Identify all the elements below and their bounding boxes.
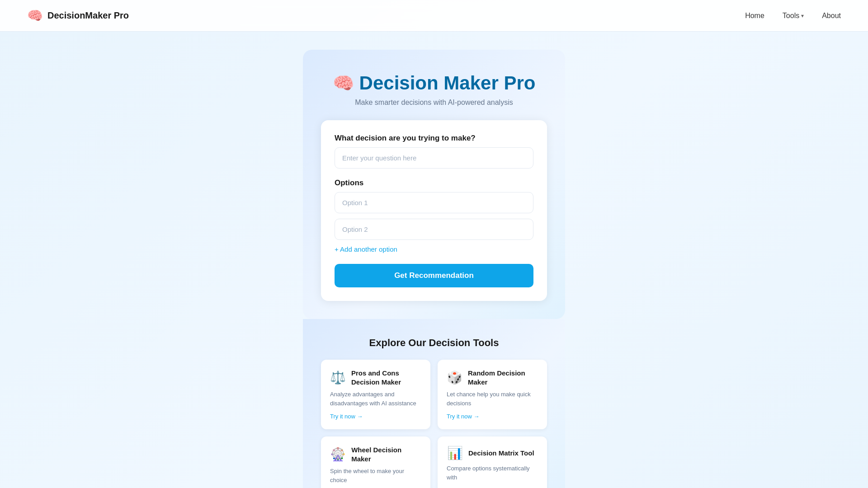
random-link[interactable]: Try it now → <box>447 413 479 420</box>
nav-tools[interactable]: Tools ▾ <box>783 12 804 20</box>
tool-card-wheel: 🎡 Wheel Decision Maker Spin the wheel to… <box>321 436 430 488</box>
hero-subtitle: Make smarter decisions with AI-powered a… <box>321 99 547 107</box>
brand-logo[interactable]: 🧠 DecisionMaker Pro <box>27 8 129 23</box>
wheel-icon: 🎡 <box>330 447 346 462</box>
tool-card-random: 🎲 Random Decision Maker Let chance help … <box>438 360 547 429</box>
question-label: What decision are you trying to make? <box>335 134 533 143</box>
hero-title-text: Decision Maker Pro <box>359 72 536 94</box>
nav-home[interactable]: Home <box>745 12 764 20</box>
pros-cons-link[interactable]: Try it now → <box>330 413 363 420</box>
main-content: 🧠 Decision Maker Pro Make smarter decisi… <box>0 32 868 488</box>
wheel-name: Wheel Decision Maker <box>351 446 421 463</box>
random-desc: Let chance help you make quick decisions <box>447 390 538 408</box>
option-1-input[interactable] <box>335 192 533 213</box>
hero-section: 🧠 Decision Maker Pro Make smarter decisi… <box>303 50 565 319</box>
options-list <box>335 192 533 240</box>
tool-header-matrix: 📊 Decision Matrix Tool <box>447 446 538 460</box>
brand-name: DecisionMaker Pro <box>47 10 129 21</box>
nav-about[interactable]: About <box>822 12 841 20</box>
hero-title: 🧠 Decision Maker Pro <box>321 72 547 94</box>
chevron-down-icon: ▾ <box>801 13 804 19</box>
nav-tools-label: Tools <box>783 12 799 20</box>
hero-brain-icon: 🧠 <box>333 73 354 93</box>
brand-icon: 🧠 <box>27 8 43 23</box>
option-2-input[interactable] <box>335 219 533 240</box>
question-input[interactable] <box>335 147 533 169</box>
tool-header-wheel: 🎡 Wheel Decision Maker <box>330 446 421 463</box>
pros-cons-name: Pros and Cons Decision Maker <box>351 369 421 386</box>
tool-header-random: 🎲 Random Decision Maker <box>447 369 538 386</box>
get-recommendation-button[interactable]: Get Recommendation <box>335 264 533 287</box>
tools-grid: ⚖️ Pros and Cons Decision Maker Analyze … <box>321 360 547 488</box>
explore-section: Explore Our Decision Tools ⚖️ Pros and C… <box>303 319 565 488</box>
decision-form-card: What decision are you trying to make? Op… <box>321 120 547 301</box>
wheel-desc: Spin the wheel to make your choice <box>330 467 421 484</box>
navbar: 🧠 DecisionMaker Pro Home Tools ▾ About <box>0 0 868 32</box>
center-panel: 🧠 Decision Maker Pro Make smarter decisi… <box>303 50 565 488</box>
options-label: Options <box>335 178 533 188</box>
pros-cons-desc: Analyze advantages and disadvantages wit… <box>330 390 421 408</box>
matrix-desc: Compare options systematically with <box>447 464 538 482</box>
tool-card-matrix: 📊 Decision Matrix Tool Compare options s… <box>438 436 547 488</box>
matrix-icon: 📊 <box>447 446 463 460</box>
nav-links: Home Tools ▾ About <box>745 12 841 20</box>
explore-title: Explore Our Decision Tools <box>321 337 547 349</box>
add-option-button[interactable]: + Add another option <box>335 245 397 253</box>
pros-cons-icon: ⚖️ <box>330 370 346 385</box>
tool-card-pros-cons: ⚖️ Pros and Cons Decision Maker Analyze … <box>321 360 430 429</box>
random-icon: 🎲 <box>447 370 462 385</box>
random-name: Random Decision Maker <box>468 369 538 386</box>
matrix-name: Decision Matrix Tool <box>468 449 534 458</box>
tool-header-pros-cons: ⚖️ Pros and Cons Decision Maker <box>330 369 421 386</box>
